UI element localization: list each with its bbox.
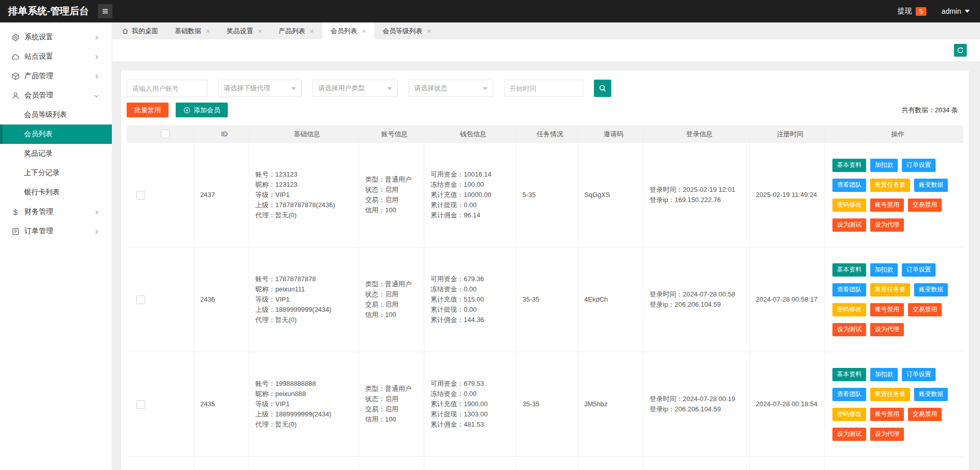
sidebar-item-order-management[interactable]: 订单管理 [0,221,112,241]
content-area: 请选择下级代理 请选择用户类型 请选择状态 [112,61,980,470]
change-password-button[interactable]: 密码修改 [832,199,866,212]
reset-tasks-button[interactable]: 重置任务量 [870,388,910,401]
info-line: 累计佣金：96.14 [431,210,516,220]
account-changes-button[interactable]: 账变数据 [914,179,948,192]
disable-trade-button[interactable]: 交易禁用 [908,303,942,316]
disable-account-button[interactable]: 账号禁用 [870,408,904,421]
basic-info-button[interactable]: 基本资料 [832,263,866,277]
tab-my-desktop[interactable]: 我的桌面 [113,22,166,39]
view-team-button[interactable]: 查看团队 [832,283,866,296]
basic-info-button[interactable]: 基本资料 [832,159,866,172]
app-header: 排单系统-管理后台 提现 5 admin [0,0,980,22]
adjust-funds-button[interactable]: 加扣款 [870,368,898,381]
batch-disable-button[interactable]: 批量禁用 [127,103,169,117]
close-icon[interactable]: × [362,27,366,35]
withdraw-link[interactable]: 提现 5 [898,7,926,16]
sidebar-item-finance-management[interactable]: $财务管理 [0,202,112,221]
set-test-button[interactable]: 设为测试 [832,323,866,336]
adjust-funds-button[interactable]: 加扣款 [870,263,898,277]
checkbox-cell [127,248,194,352]
set-test-button[interactable]: 设为测试 [832,428,866,441]
info-line: 等级：VIP1 [255,190,358,200]
close-icon[interactable]: × [206,27,210,35]
login-info-cell: 登录时间：2024-07-28 00:19登录ip：206.206.104.59 [643,352,750,456]
table-row: 基本资料加扣款订单设置查看团队重置任务量账变数据密码修改账号禁用交易禁用设为测试… [127,457,963,470]
close-icon[interactable]: × [310,27,315,35]
refresh-button[interactable] [954,44,967,57]
set-agent-button[interactable]: 设为代理 [870,218,904,232]
sidebar-item-bank-card-list[interactable]: 银行卡列表 [0,183,112,202]
adjust-funds-button[interactable]: 加扣款 [870,159,898,172]
tab-bar: 我的桌面基础数据×奖品设置×产品列表×会员列表×会员等级列表× [112,22,980,39]
withdraw-label: 提现 [898,7,912,16]
info-line: 信用：100 [365,205,424,215]
user-menu[interactable]: admin [942,7,970,15]
set-test-button[interactable]: 设为测试 [832,218,866,232]
user-type-select[interactable]: 请选择用户类型 [313,80,398,97]
reset-tasks-button[interactable]: 重置任务量 [870,179,910,192]
tab-basic-data[interactable]: 基础数据× [166,22,219,39]
info-line: 昵称：peixun888 [255,389,358,399]
sidebar-item-prize-records[interactable]: 奖品记录 [0,144,112,163]
start-date-input[interactable] [504,80,583,97]
tab-product-list[interactable]: 产品列表× [271,22,323,39]
disable-trade-button[interactable]: 交易禁用 [908,408,942,421]
info-line: 上级：1889999999(2434) [255,305,358,315]
sidebar-item-site-settings[interactable]: 站点设置 [0,47,112,66]
account-info-cell: 类型：普通用户状态：启用交易：启用信用：100 [359,352,424,456]
disable-trade-button[interactable]: 交易禁用 [908,199,942,212]
wallet-info-cell [424,457,516,470]
basic-info-button[interactable]: 基本资料 [832,368,866,381]
menu-toggle-button[interactable] [98,4,112,18]
reset-tasks-button[interactable]: 重置任务量 [870,283,910,296]
close-icon[interactable]: × [427,27,432,35]
sidebar-item-product-management[interactable]: 产品管理 [0,66,112,86]
sidebar-item-system-settings[interactable]: 系统设置 [0,28,112,47]
sidebar-item-member-list[interactable]: 会员列表 [0,125,112,144]
sidebar-item-label: 财务管理 [25,207,53,216]
account-changes-button[interactable]: 账变数据 [914,388,948,401]
set-agent-button[interactable]: 设为代理 [870,323,904,336]
agent-select[interactable]: 请选择下级代理 [218,80,302,97]
info-line: 累计充值：515.00 [431,294,516,305]
disable-account-button[interactable]: 账号禁用 [870,303,904,316]
change-password-button[interactable]: 密码修改 [832,303,866,316]
sidebar-item-score-records[interactable]: 上下分记录 [0,163,112,183]
column-header: 登录信息 [643,126,750,142]
close-icon[interactable]: × [258,27,262,35]
set-agent-button[interactable]: 设为代理 [870,428,904,441]
select-all-checkbox[interactable] [161,130,170,138]
row-checkbox[interactable] [136,191,145,200]
wallet-info-cell: 可用资金：679.53冻结资金：0.00累计充值：1900.00累计提现：130… [424,352,516,456]
order-settings-button[interactable]: 订单设置 [902,159,936,172]
order-icon [11,227,20,236]
add-member-button[interactable]: 添加会员 [176,103,228,117]
table-row: 2435账号：19988888888昵称：peixun888等级：VIP1上级：… [127,352,963,457]
row-checkbox[interactable] [136,295,145,304]
tab-member-level-list[interactable]: 会员等级列表× [374,22,440,39]
sidebar-item-member-level-list[interactable]: 会员等级列表 [0,105,112,125]
view-team-button[interactable]: 查看团队 [832,388,866,401]
order-settings-button[interactable]: 订单设置 [902,368,936,381]
status-select[interactable]: 请选择状态 [409,80,493,97]
register-time-cell [750,457,825,470]
tab-member-list[interactable]: 会员列表× [322,22,374,39]
disable-account-button[interactable]: 账号禁用 [870,199,904,212]
info-line: 类型：普通用户 [365,279,424,289]
sidebar-item-member-management[interactable]: 会员管理 [0,86,112,105]
view-team-button[interactable]: 查看团队 [832,179,866,192]
row-checkbox[interactable] [136,400,145,409]
account-search-input[interactable] [127,80,207,97]
search-button[interactable] [594,80,611,97]
order-settings-button[interactable]: 订单设置 [902,263,936,277]
login-info-cell: 登录时间：2024-07-28 00:58登录ip：206.206.104.59 [643,248,750,352]
account-info-cell: 类型：普通用户状态：启用交易：启用信用：100 [359,248,424,352]
tab-prize-settings[interactable]: 奖品设置× [219,22,271,39]
column-header: 邀请码 [578,126,643,142]
account-changes-button[interactable]: 账变数据 [914,283,948,296]
chevron-right-icon [93,34,100,40]
sidebar-item-label: 订单管理 [25,227,53,236]
info-line: 信用：100 [365,310,424,320]
change-password-button[interactable]: 密码修改 [832,408,866,421]
user-icon [11,91,20,100]
